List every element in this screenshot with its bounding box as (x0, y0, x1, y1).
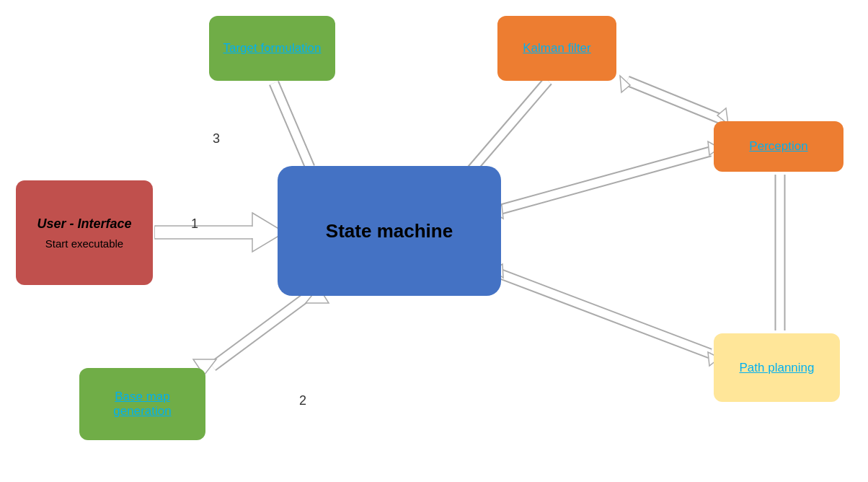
svg-line-6 (213, 294, 310, 367)
arrow-label-2: 2 (299, 393, 306, 408)
svg-rect-2 (155, 226, 252, 239)
path-planning-link[interactable]: Path planning (740, 361, 815, 375)
perception-node[interactable]: Perception (714, 121, 843, 172)
arrow-2 (193, 287, 329, 375)
svg-line-25 (627, 81, 721, 119)
diagram-container: 3 2 1 State machine User - Interface Sta… (0, 0, 868, 482)
svg-line-9 (274, 83, 310, 167)
target-formulation-link[interactable]: Target formulation (223, 41, 321, 56)
svg-line-5 (213, 294, 310, 367)
svg-line-14 (469, 81, 548, 173)
svg-line-26 (627, 81, 721, 119)
perception-link[interactable]: Perception (749, 139, 807, 154)
svg-line-18 (501, 152, 710, 209)
svg-line-21 (501, 274, 710, 354)
target-formulation-node[interactable]: Target formulation (209, 16, 335, 81)
user-interface-node: User - Interface Start executable (16, 180, 153, 285)
state-machine-node: State machine (278, 166, 501, 296)
user-interface-subtitle: Start executable (45, 237, 123, 250)
arrow-1 (155, 213, 285, 252)
kalman-filter-node[interactable]: Kalman filter (497, 16, 616, 81)
svg-marker-28 (620, 76, 630, 92)
arrow-kalman-perception (620, 76, 728, 124)
arrow-perception (492, 141, 719, 219)
arrow-label-3: 3 (213, 131, 220, 146)
svg-line-17 (501, 152, 710, 209)
path-planning-node[interactable]: Path planning (714, 333, 840, 402)
base-map-node[interactable]: Base map generation (79, 368, 205, 440)
svg-line-22 (501, 274, 710, 354)
svg-rect-4 (155, 227, 254, 238)
kalman-filter-link[interactable]: Kalman filter (523, 41, 590, 56)
state-machine-label: State machine (326, 220, 453, 242)
arrow-pathplanning (492, 264, 719, 366)
base-map-link[interactable]: Base map generation (91, 390, 194, 419)
arrow-label-1: 1 (191, 216, 198, 232)
svg-line-13 (469, 81, 548, 173)
arrow-perception-pathplanning (773, 157, 787, 348)
svg-line-10 (274, 83, 310, 167)
user-interface-title: User - Interface (37, 216, 131, 232)
